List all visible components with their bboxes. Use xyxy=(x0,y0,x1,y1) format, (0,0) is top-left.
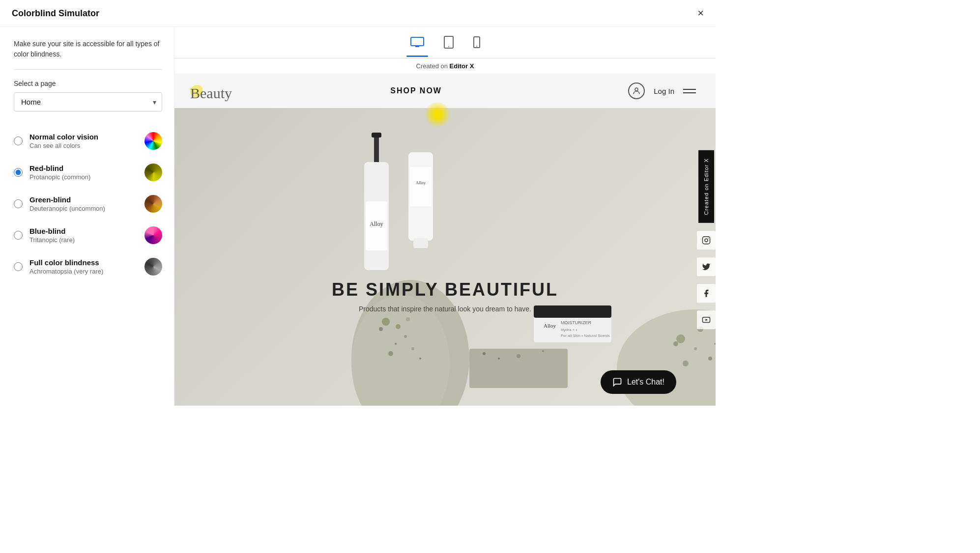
svg-text:Alloy: Alloy xyxy=(415,180,426,185)
vision-desc-blue: Tritanopic (rare) xyxy=(29,236,138,244)
right-panel: Created on Editor X xyxy=(174,27,716,406)
svg-rect-41 xyxy=(534,305,611,318)
svg-text:For all Skin • Natural Scents: For all Skin • Natural Scents xyxy=(561,333,610,338)
svg-point-29 xyxy=(676,334,685,343)
svg-rect-0 xyxy=(411,37,424,46)
desktop-button[interactable] xyxy=(406,35,428,52)
tablet-icon xyxy=(444,36,454,49)
vision-option-normal[interactable]: Normal color vision Can see all colors xyxy=(14,125,162,157)
vision-option-green[interactable]: Green-blind Deuteranopic (uncommon) xyxy=(14,188,162,220)
hero-subtitle: Products that inspire the natural look y… xyxy=(332,305,558,313)
page-select-wrapper[interactable]: Home About Shop Contact ▾ xyxy=(14,92,162,111)
alloy-bottle: Alloy xyxy=(357,133,396,292)
alloy-jar: Alloy MOISTURIZER Hydra + • For all Skin… xyxy=(534,305,612,347)
jar-svg: Alloy MOISTURIZER Hydra + • For all Skin… xyxy=(534,305,612,345)
svg-marker-51 xyxy=(706,319,708,321)
svg-point-28 xyxy=(406,317,410,321)
instagram-icon[interactable] xyxy=(697,231,716,249)
svg-rect-39 xyxy=(413,238,428,248)
main-layout: Make sure your site is accessible for al… xyxy=(0,27,716,406)
hero-text-block: BE SIMPLY BEAUTIFUL Products that inspir… xyxy=(332,279,558,313)
vision-name-red: Red-blind xyxy=(29,164,138,172)
color-wheel-normal xyxy=(144,132,162,150)
chat-button[interactable]: Let's Chat! xyxy=(601,370,676,394)
color-wheel-blue xyxy=(144,226,162,244)
svg-point-46 xyxy=(635,88,638,91)
preview-area: Alloy Alloy xyxy=(174,74,716,406)
twitter-icon[interactable] xyxy=(697,257,716,276)
hero-title: BE SIMPLY BEAUTIFUL xyxy=(332,279,558,300)
hamburger-line-2 xyxy=(683,92,696,93)
svg-point-19 xyxy=(517,354,520,358)
vision-options-list: Normal color vision Can see all colors R… xyxy=(14,125,162,282)
nav-right: Log In xyxy=(628,83,696,99)
site-logo: Beauty xyxy=(194,83,204,99)
vision-name-green: Green-blind xyxy=(29,195,138,204)
svg-text:Alloy: Alloy xyxy=(370,221,383,227)
page-select[interactable]: Home About Shop Contact xyxy=(14,92,162,111)
color-wheel-full xyxy=(144,258,162,276)
mobile-button[interactable] xyxy=(469,34,484,53)
vision-radio-normal[interactable] xyxy=(14,137,23,145)
vision-option-blue[interactable]: Blue-blind Tritanopic (rare) xyxy=(14,220,162,251)
vision-radio-full[interactable] xyxy=(14,262,23,271)
top-bar: Colorblind Simulator × xyxy=(0,0,716,27)
select-label: Select a page xyxy=(14,80,162,87)
vision-option-red[interactable]: Red-blind Protanopic (common) xyxy=(14,157,162,188)
mobile-icon xyxy=(473,36,480,48)
svg-rect-47 xyxy=(703,236,710,244)
vision-text-full: Full color blindness Achromatopsia (very… xyxy=(29,258,138,275)
device-icons xyxy=(406,34,484,53)
editor-x-vertical-label: Created on Editor X xyxy=(698,150,714,223)
color-wheel-green xyxy=(144,195,162,213)
chat-icon xyxy=(612,377,622,387)
facebook-icon[interactable] xyxy=(697,284,716,303)
svg-point-23 xyxy=(708,357,712,360)
vision-text-normal: Normal color vision Can see all colors xyxy=(29,133,138,149)
shop-now-nav[interactable]: SHOP NOW xyxy=(390,86,442,95)
svg-point-26 xyxy=(382,318,390,326)
close-button[interactable]: × xyxy=(697,8,704,19)
tablet-button[interactable] xyxy=(440,34,458,53)
svg-point-14 xyxy=(419,358,421,359)
vision-name-blue: Blue-blind xyxy=(29,227,138,235)
hamburger-menu[interactable] xyxy=(683,89,696,93)
editor-x-label: Created on Editor X xyxy=(416,58,474,74)
svg-point-48 xyxy=(705,239,708,242)
site-nav: Beauty SHOP NOW Log In xyxy=(174,74,716,108)
vision-radio-blue[interactable] xyxy=(14,231,23,240)
vision-name-normal: Normal color vision xyxy=(29,133,138,141)
left-panel: Make sure your site is accessible for al… xyxy=(0,27,174,406)
alloy-tube: Alloy xyxy=(406,152,435,252)
login-text[interactable]: Log In xyxy=(654,87,674,95)
svg-point-12 xyxy=(395,343,397,345)
svg-rect-31 xyxy=(372,133,381,138)
svg-text:MOISTURIZER: MOISTURIZER xyxy=(561,320,591,325)
app-title: Colorblind Simulator xyxy=(12,8,99,19)
svg-point-13 xyxy=(404,335,407,338)
panel-description: Make sure your site is accessible for al… xyxy=(14,39,162,59)
svg-point-17 xyxy=(483,352,486,355)
vision-radio-green[interactable] xyxy=(14,199,23,208)
youtube-icon[interactable] xyxy=(697,310,716,329)
user-avatar-icon[interactable] xyxy=(628,83,645,99)
vision-text-blue: Blue-blind Tritanopic (rare) xyxy=(29,227,138,244)
logo-glow xyxy=(425,102,450,127)
svg-point-27 xyxy=(396,324,401,329)
svg-point-11 xyxy=(379,327,383,331)
vision-text-green: Green-blind Deuteranopic (uncommon) xyxy=(29,195,138,212)
hamburger-line-1 xyxy=(683,89,696,90)
svg-point-20 xyxy=(542,350,544,352)
user-icon xyxy=(632,86,641,95)
bottle-svg: Alloy xyxy=(357,133,396,290)
svg-point-22 xyxy=(694,347,697,350)
social-bar: Created on Editor X xyxy=(697,150,716,329)
vision-option-full[interactable]: Full color blindness Achromatopsia (very… xyxy=(14,251,162,282)
chat-label: Let's Chat! xyxy=(627,378,664,387)
vision-radio-red[interactable] xyxy=(14,168,23,177)
svg-text:Alloy: Alloy xyxy=(544,323,556,329)
svg-point-21 xyxy=(673,341,678,346)
svg-rect-37 xyxy=(410,167,432,206)
svg-point-49 xyxy=(708,238,709,239)
tube-svg: Alloy xyxy=(406,152,435,250)
